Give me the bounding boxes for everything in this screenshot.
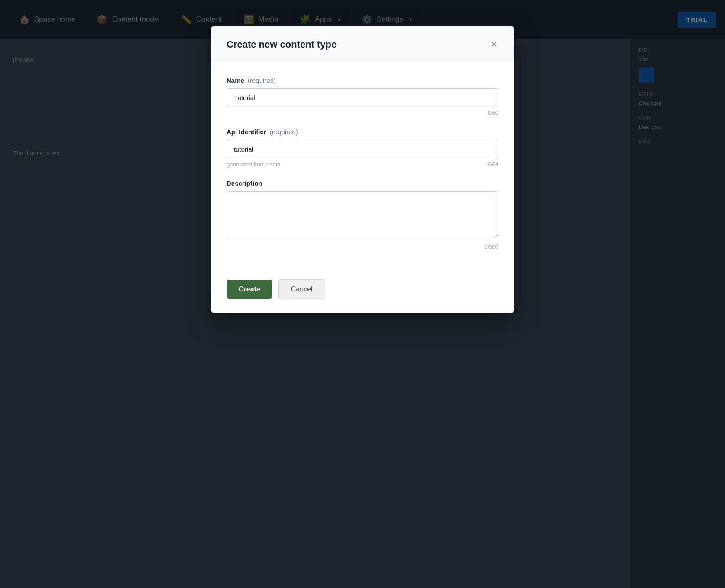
api-identifier-label: Api Identifier (required) bbox=[227, 128, 498, 136]
name-required-indicator: (required) bbox=[248, 77, 276, 84]
cancel-button[interactable]: Cancel bbox=[278, 279, 325, 299]
description-label: Description bbox=[227, 180, 498, 187]
api-counter: 0/64 bbox=[488, 161, 498, 168]
description-counter: 0/500 bbox=[227, 243, 498, 250]
create-content-type-modal: Create new content type × Name (required… bbox=[211, 26, 514, 313]
api-identifier-input[interactable] bbox=[227, 140, 498, 158]
modal-overlay: Create new content type × Name (required… bbox=[0, 0, 725, 588]
api-identifier-form-group: Api Identifier (required) generated from… bbox=[227, 128, 498, 168]
modal-close-button[interactable]: × bbox=[489, 38, 498, 51]
modal-body: Name (required) 8/50 Api Identifier (req… bbox=[211, 61, 514, 271]
create-button[interactable]: Create bbox=[227, 280, 272, 299]
modal-title: Create new content type bbox=[227, 39, 337, 50]
api-hint-text: generated from name bbox=[227, 161, 280, 168]
name-form-group: Name (required) 8/50 bbox=[227, 77, 498, 116]
modal-footer: Create Cancel bbox=[211, 271, 514, 313]
name-label: Name (required) bbox=[227, 77, 498, 84]
description-textarea[interactable] bbox=[227, 191, 498, 239]
modal-header: Create new content type × bbox=[211, 26, 514, 61]
description-form-group: Description 0/500 bbox=[227, 180, 498, 250]
name-counter: 8/50 bbox=[227, 110, 498, 116]
api-required-indicator: (required) bbox=[270, 128, 298, 136]
name-input[interactable] bbox=[227, 88, 498, 107]
api-hint-row: generated from name 0/64 bbox=[227, 161, 498, 168]
